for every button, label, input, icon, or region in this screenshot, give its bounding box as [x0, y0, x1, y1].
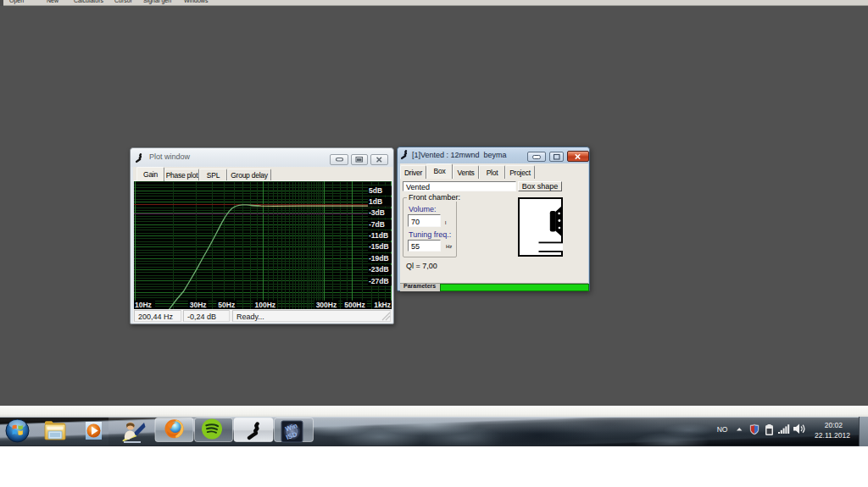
svg-text:10Hz: 10Hz [135, 301, 152, 309]
svg-text:-3dB: -3dB [369, 208, 385, 217]
svg-text:1kHz: 1kHz [374, 301, 391, 309]
svg-text:-27dB: -27dB [369, 277, 389, 285]
svg-text:1dB: 1dB [369, 197, 382, 206]
svg-text:-23dB: -23dB [369, 265, 389, 274]
svg-text:-11dB: -11dB [369, 231, 388, 240]
svg-text:-19dB: -19dB [369, 254, 389, 263]
svg-text:5dB: 5dB [369, 186, 382, 195]
svg-text:22.11.2012: 22.11.2012 [815, 431, 850, 440]
svg-text:500Hz: 500Hz [344, 301, 365, 309]
svg-text:30Hz: 30Hz [190, 301, 207, 309]
svg-text:20:02: 20:02 [825, 421, 843, 429]
svg-text:50Hz: 50Hz [218, 301, 235, 309]
svg-text:NO: NO [717, 425, 728, 434]
svg-text:300Hz: 300Hz [316, 301, 337, 309]
svg-text:-15dB: -15dB [369, 242, 389, 251]
svg-text:100Hz: 100Hz [254, 301, 275, 309]
svg-text:-7dB: -7dB [369, 220, 385, 229]
